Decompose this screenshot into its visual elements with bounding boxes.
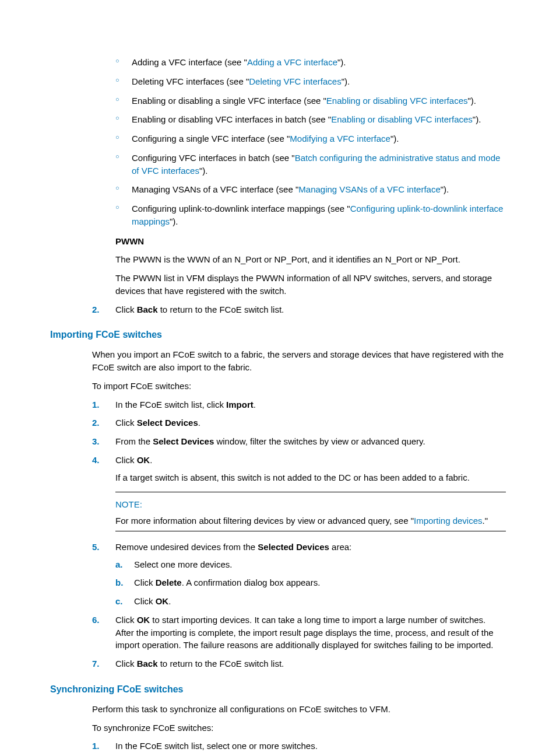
list-item: b. Click Delete. A confirmation dialog b…: [115, 576, 506, 589]
list-item: Configuring a single VFC interface (see …: [115, 132, 506, 145]
link-enable-single-vfc[interactable]: Enabling or disabling VFC interfaces: [326, 96, 468, 106]
ok-label: OK: [137, 615, 150, 625]
list-item: 7. Click Back to return to the FCoE swit…: [92, 657, 506, 670]
step-number: 4.: [92, 454, 100, 467]
text: Click: [134, 578, 156, 587]
list-item: 1. In the FCoE switch list, select one o…: [92, 740, 506, 752]
ok-label: OK: [156, 596, 169, 606]
text: Click: [115, 418, 137, 428]
link-modify-vfc[interactable]: Modifying a VFC interface: [290, 134, 390, 144]
text: Enabling or disabling VFC interfaces in …: [132, 114, 331, 124]
text: Configuring uplink-to-downlink interface…: [132, 204, 350, 214]
vfc-actions-list: Adding a VFC interface (see "Adding a VF…: [115, 56, 506, 228]
text: ").: [337, 57, 346, 67]
text: Configuring a single VFC interface (see …: [132, 134, 290, 144]
text: Remove undesired devices from the: [115, 542, 258, 552]
text: . A confirmation dialog box appears.: [182, 578, 321, 587]
sync-lead: To synchronize FCoE switches:: [92, 722, 506, 734]
link-manage-vsans[interactable]: Managing VSANs of a VFC interface: [298, 184, 440, 194]
step-number: 6.: [92, 614, 100, 626]
text: ").: [441, 184, 449, 194]
list-item: 5. Remove undesired devices from the Sel…: [92, 541, 506, 608]
selected-devices-label: Selected Devices: [258, 542, 329, 552]
text: ").: [199, 166, 208, 176]
text: Deleting VFC interfaces (see ": [132, 76, 249, 86]
text: ").: [467, 96, 476, 106]
text: Click: [115, 615, 137, 625]
importing-lead: To import FCoE switches:: [92, 380, 506, 393]
substep-marker: b.: [115, 576, 123, 589]
list-item: Configuring VFC interfaces in batch (see…: [115, 152, 506, 177]
text: .: [150, 455, 152, 465]
note-label: NOTE:: [115, 498, 506, 511]
back-label: Back: [137, 659, 158, 668]
text: For more information about filtering dev…: [115, 516, 414, 526]
step-number: 1.: [92, 740, 100, 752]
text: Click: [115, 304, 137, 314]
link-enable-batch-vfc[interactable]: Enabling or disabling VFC interfaces: [331, 114, 473, 124]
note-block: NOTE: For more information about filteri…: [115, 492, 506, 531]
sync-body: Perform this task to synchronize all con…: [92, 703, 506, 752]
step-number: 2.: [92, 303, 100, 316]
importing-intro: When you import an FCoE switch to a fabr…: [92, 348, 506, 374]
list-item: 2. Click Select Devices.: [92, 416, 506, 429]
list-item: a. Select one more devices.: [115, 558, 506, 571]
text: window, filter the switches by view or a…: [214, 436, 425, 446]
text: Click: [115, 455, 137, 465]
text: Adding a VFC interface (see ": [132, 57, 247, 67]
text: Click: [115, 659, 137, 668]
text: Click: [134, 596, 156, 606]
text: In the FCoE switch list, select one or m…: [115, 741, 318, 751]
text: ").: [390, 134, 399, 144]
list-item: Enabling or disabling a single VFC inter…: [115, 94, 506, 107]
step-number: 5.: [92, 541, 100, 554]
delete-label: Delete: [156, 578, 182, 587]
list-item: 3. From the Select Devices window, filte…: [92, 435, 506, 448]
importing-body: When you import an FCoE switch to a fabr…: [92, 348, 506, 670]
import-label: Import: [226, 400, 254, 410]
pwwn-text-1: The PWWN is the WWN of an N_Port or NP_P…: [115, 253, 506, 266]
list-item: 2. Click Back to return to the FCoE swit…: [92, 303, 506, 316]
step-number: 7.: [92, 657, 100, 670]
text: Enabling or disabling a single VFC inter…: [132, 96, 326, 106]
text: .: [254, 400, 256, 410]
vfc-actions-list-wrapper: Adding a VFC interface (see "Adding a VF…: [115, 56, 506, 298]
select-devices-label: Select Devices: [137, 418, 198, 428]
text: Configuring VFC interfaces in batch (see…: [132, 153, 295, 163]
text: to return to the FCoE switch list.: [158, 659, 284, 668]
ok-label: OK: [137, 455, 150, 465]
sync-intro: Perform this task to synchronize all con…: [92, 703, 506, 716]
pwwn-heading: PWWN: [115, 235, 506, 248]
text: Managing VSANs of a VFC interface (see ": [132, 184, 298, 194]
list-item: Managing VSANs of a VFC interface (see "…: [115, 183, 506, 196]
text: .: [168, 596, 171, 606]
text: .": [483, 516, 488, 526]
list-item: Enabling or disabling VFC interfaces in …: [115, 113, 506, 126]
substeps: a. Select one more devices. b. Click Del…: [115, 558, 506, 608]
substep-marker: a.: [115, 558, 123, 571]
link-importing-devices[interactable]: Importing devices: [414, 516, 483, 526]
text: to start importing devices. It can take …: [115, 615, 494, 650]
importing-heading: Importing FCoE switches: [50, 330, 506, 340]
text: In the FCoE switch list, click: [115, 400, 226, 410]
link-adding-vfc[interactable]: Adding a VFC interface: [247, 57, 337, 67]
list-item: Adding a VFC interface (see "Adding a VF…: [115, 56, 506, 69]
pwwn-text-2: The PWWN list in VFM displays the PWWN i…: [115, 272, 506, 298]
sync-steps: 1. In the FCoE switch list, select one o…: [92, 740, 506, 752]
substep-marker: c.: [115, 595, 123, 608]
importing-steps: 1. In the FCoE switch list, click Import…: [92, 398, 506, 670]
list-item: 4. Click OK. If a target switch is absen…: [92, 454, 506, 531]
link-deleting-vfc[interactable]: Deleting VFC interfaces: [249, 76, 341, 86]
back-label: Back: [137, 304, 158, 314]
select-devices-window-label: Select Devices: [153, 436, 214, 446]
text: From the: [115, 436, 153, 446]
note-body: For more information about filtering dev…: [115, 514, 506, 531]
list-item: c. Click OK.: [115, 595, 506, 608]
step-2-block: 2. Click Back to return to the FCoE swit…: [92, 303, 506, 316]
sync-heading: Synchronizing FCoE switches: [50, 684, 506, 695]
list-item: 1. In the FCoE switch list, click Import…: [92, 398, 506, 411]
list-item: 6. Click OK to start importing devices. …: [92, 614, 506, 652]
list-item: Configuring uplink-to-downlink interface…: [115, 202, 506, 228]
step-number: 3.: [92, 435, 100, 448]
step-number: 1.: [92, 398, 100, 411]
